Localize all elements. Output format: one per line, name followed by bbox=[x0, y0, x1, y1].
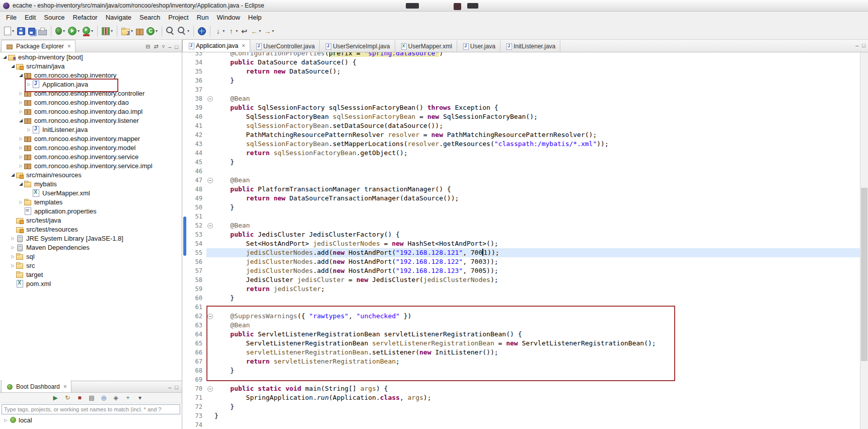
restart-button[interactable]: ↻ bbox=[62, 393, 73, 402]
next-annotation-button[interactable]: ↓▾ bbox=[213, 25, 226, 38]
code-line[interactable]: 39 public SqlSessionFactory sqlSesssionF… bbox=[186, 103, 860, 112]
code-line[interactable]: 43 sqlSessionFactoryBean.setMapperLocati… bbox=[186, 139, 860, 149]
minimize-view-icon[interactable]: – bbox=[168, 44, 171, 50]
boot-dashboard-tab[interactable]: Boot Dashboard × bbox=[1, 380, 71, 392]
window-control-blob[interactable] bbox=[454, 3, 461, 10]
twistie-icon[interactable]: ◢ bbox=[18, 118, 24, 123]
back-button[interactable]: ←▾ bbox=[249, 25, 262, 38]
tree-item-com-roncoo-eshop-inventory-listener[interactable]: ◢com.roncoo.eshop.inventory.listener bbox=[0, 116, 182, 125]
code-line[interactable]: 72 } bbox=[186, 402, 860, 411]
tree-item-com-roncoo-eshop-inventory-mapper[interactable]: ▷com.roncoo.eshop.inventory.mapper bbox=[0, 134, 182, 143]
twistie-icon[interactable]: ▷ bbox=[18, 109, 24, 114]
twistie-icon[interactable]: ▷ bbox=[26, 82, 32, 87]
menu-help[interactable]: Help bbox=[244, 13, 266, 22]
tree-item-application-java[interactable]: ▷Application.java bbox=[0, 80, 182, 89]
code-line[interactable]: 48 public PlatformTransactionManager tra… bbox=[186, 185, 860, 194]
tab-userserviceimpl-java[interactable]: UserServiceImpl.java bbox=[320, 40, 395, 52]
collapse-icon[interactable] bbox=[207, 96, 213, 102]
menu-refactor[interactable]: Refactor bbox=[69, 13, 102, 22]
code-line[interactable]: 53 public JedisCluster JedisClusterFacto… bbox=[186, 230, 860, 239]
code-line[interactable]: 45 } bbox=[186, 158, 860, 167]
tree-item-com-roncoo-eshop-inventory[interactable]: ◢com.roncoo.eshop.inventory bbox=[0, 70, 182, 80]
code-line[interactable]: 57 jedisClusterNodes.add(new HostAndPort… bbox=[186, 266, 860, 275]
code-line[interactable]: 46 bbox=[186, 167, 860, 176]
code-line[interactable]: 55 jedisClusterNodes.add(new HostAndPort… bbox=[186, 248, 860, 257]
twistie-icon[interactable]: ▷ bbox=[10, 236, 16, 241]
filter-tags-button[interactable]: ◈ bbox=[111, 393, 121, 402]
code-line[interactable]: 61 bbox=[186, 303, 860, 312]
code-line[interactable]: 67 return servletListenerRegistrationBea… bbox=[186, 357, 860, 366]
tree-item-target[interactable]: target bbox=[0, 270, 182, 279]
save-all-button[interactable] bbox=[27, 25, 37, 38]
code-line[interactable]: 71 SpringApplication.run(Application.cla… bbox=[186, 393, 860, 402]
maximize-view-icon[interactable]: □ bbox=[175, 384, 178, 390]
code-line[interactable]: 49 return new DataSourceTransactionManag… bbox=[186, 194, 860, 203]
tree-item-com-roncoo-eshop-inventory-dao-impl[interactable]: ▷com.roncoo.eshop.inventory.dao.impl bbox=[0, 107, 182, 116]
twistie-icon[interactable]: ▷ bbox=[26, 127, 32, 132]
code-line[interactable]: 66 servletListenerRegistrationBean.setLi… bbox=[186, 348, 860, 357]
twistie-icon[interactable]: ▷ bbox=[18, 200, 24, 204]
code-line[interactable]: 64 public ServletListenerRegistrationBea… bbox=[186, 330, 860, 339]
menu-search[interactable]: Search bbox=[135, 13, 164, 22]
window-control-blob[interactable] bbox=[406, 3, 419, 9]
twistie-icon[interactable]: ▷ bbox=[10, 263, 16, 268]
code-line[interactable]: 47 @Bean bbox=[186, 176, 860, 185]
save-button[interactable] bbox=[16, 25, 27, 38]
new-java-project-button[interactable]: ▾ bbox=[120, 25, 134, 38]
code-line[interactable]: 60 } bbox=[186, 294, 860, 303]
twistie-icon[interactable]: ◢ bbox=[10, 63, 16, 68]
print-button[interactable] bbox=[37, 25, 48, 38]
menu-edit[interactable]: Edit bbox=[21, 13, 40, 22]
twistie-icon[interactable]: ▷ bbox=[18, 146, 24, 150]
collapse-all-icon[interactable]: ⊟ bbox=[146, 43, 150, 50]
code-line[interactable]: 42 PathMatchingResourcePatternResolver r… bbox=[186, 130, 860, 139]
close-tab-icon[interactable]: × bbox=[242, 42, 245, 49]
code-line[interactable]: 69 bbox=[186, 375, 860, 384]
code-line[interactable]: 41 sqlSessionFactoryBean.setDataSource(d… bbox=[186, 121, 860, 130]
tree-item-maven-dependencies[interactable]: ▷Maven Dependencies bbox=[0, 243, 182, 252]
tab-user-java[interactable]: User.java bbox=[457, 40, 500, 52]
twistie-icon[interactable]: ▷ bbox=[3, 418, 9, 422]
code-line[interactable]: 37 bbox=[186, 85, 860, 94]
tree-item-mybatis[interactable]: ◢mybatis bbox=[0, 179, 182, 188]
forward-button[interactable]: →▾ bbox=[262, 25, 275, 38]
code-line[interactable]: 50 } bbox=[186, 203, 860, 212]
menu-source[interactable]: Source bbox=[40, 13, 68, 22]
code-line[interactable]: 68 } bbox=[186, 366, 860, 375]
previous-annotation-button[interactable]: ↑▾ bbox=[226, 25, 239, 38]
menu-project[interactable]: Project bbox=[164, 13, 192, 22]
twistie-icon[interactable]: ▷ bbox=[10, 254, 16, 259]
code-line[interactable]: 35 return new DataSource(); bbox=[186, 67, 860, 76]
twistie-icon[interactable]: ▷ bbox=[18, 164, 24, 168]
code-line[interactable]: 58 JedisCluster jedisCluster = new Jedis… bbox=[186, 275, 860, 284]
collapse-icon[interactable] bbox=[207, 223, 213, 229]
code-line[interactable]: 74 bbox=[186, 420, 860, 429]
open-console-button[interactable]: ▤ bbox=[87, 393, 97, 402]
open-browser-button[interactable]: ◎ bbox=[99, 393, 109, 402]
view-menu-icon[interactable]: ▿ bbox=[162, 43, 165, 50]
search-button[interactable]: ▾ bbox=[176, 25, 191, 38]
tab-application-java[interactable]: Application.java× bbox=[182, 39, 250, 52]
tree-item-src-main-java[interactable]: ◢src/main/java bbox=[0, 61, 182, 70]
tab-usermapper-xml[interactable]: UserMapper.xml bbox=[395, 40, 457, 52]
window-control-blob[interactable] bbox=[467, 3, 478, 9]
code-line[interactable]: 34 public DataSource dataSource() { bbox=[186, 58, 860, 67]
close-view-icon[interactable]: × bbox=[63, 383, 67, 390]
tree-item-sql[interactable]: ▷sql bbox=[0, 252, 182, 261]
tree-item-jre-system-library-javase-1-8[interactable]: ▷JRE System Library [JavaSE-1.8] bbox=[0, 234, 182, 243]
tree-item-usermapper-xml[interactable]: UserMapper.xml bbox=[0, 188, 182, 197]
code-line[interactable]: 59 return jedisCluster; bbox=[186, 284, 860, 294]
tab-usercontroller-java[interactable]: UserController.java bbox=[250, 40, 320, 52]
maximize-view-icon[interactable]: □ bbox=[175, 44, 178, 50]
boot-item-local[interactable]: ▷local bbox=[0, 415, 182, 424]
maximize-editor-icon[interactable]: □ bbox=[862, 42, 865, 48]
twistie-icon[interactable]: ◢ bbox=[18, 73, 24, 78]
tree-item-application-properties[interactable]: application.properties bbox=[0, 206, 182, 216]
twistie-icon[interactable]: ◢ bbox=[2, 54, 8, 59]
add-launch-button[interactable]: + bbox=[123, 393, 133, 402]
new-class-button[interactable]: ▾ bbox=[145, 25, 159, 38]
collapse-icon[interactable] bbox=[207, 314, 213, 319]
run-external-tools-button[interactable]: ▾ bbox=[81, 25, 95, 38]
tree-item-com-roncoo-eshop-inventory-controller[interactable]: ▷com.roncoo.eshop.inventory.controller bbox=[0, 89, 182, 98]
stop-button[interactable]: ■ bbox=[75, 393, 85, 402]
